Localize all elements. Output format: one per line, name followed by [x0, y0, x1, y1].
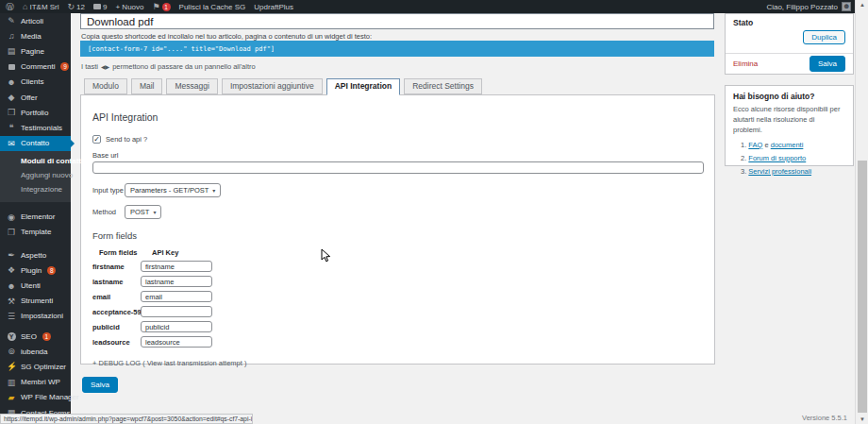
updates-link[interactable]: ↻12 [68, 3, 85, 11]
input-type-select[interactable]: Parameters - GET/POST ▾ [125, 183, 221, 197]
wordpress-menu[interactable]: Ⓦ [6, 3, 14, 11]
tab-messaggi[interactable]: Messaggi [166, 78, 217, 94]
method-row: Method POST ▾ [92, 205, 701, 219]
plugin-badge: 8 [47, 266, 56, 275]
api-key-input-leadsource[interactable] [141, 336, 212, 348]
admin-sidebar: ✎Articoli ♫Media ▤Pagine Commenti9 ☻Clie… [0, 13, 71, 424]
sidebar-item-testimonials[interactable]: ❝Testimonials [0, 120, 71, 135]
documenti-link[interactable]: documenti [771, 141, 804, 149]
contatto-submenu: Moduli di contatto Aggiungi nuovo Integr… [0, 151, 71, 202]
input-type-row: Input type Parameters - GET/POST ▾ [92, 183, 701, 197]
tabs-hint-suffix: permettono di passare da un pannello all… [112, 62, 256, 71]
media-icon: ♫ [7, 31, 16, 41]
help-links-list: 1. FAQ e documenti 2. Forum di supporto … [741, 141, 853, 176]
sidebar-item-seo[interactable]: YSEO1 [0, 329, 71, 344]
shortcode-bar[interactable]: [contact-form-7 id="...." title="Downloa… [80, 41, 714, 57]
send-to-api-checkbox[interactable]: ✓ [92, 135, 101, 144]
api-key-input-acceptance[interactable] [141, 306, 212, 317]
duplicate-button[interactable]: Duplica [803, 30, 845, 44]
sidebar-item-membri-wp[interactable]: ▥Membri WP [0, 375, 71, 390]
tab-api-integration[interactable]: API Integration [326, 78, 400, 95]
scrollbar-thumb[interactable] [858, 161, 867, 413]
sidebar-item-sg-optimizer[interactable]: ⚡SG Optimizer [0, 359, 71, 374]
delete-link[interactable]: Elimina [733, 59, 758, 68]
sidebar-item-template[interactable]: ❐Template [0, 225, 71, 240]
list-number: 1. [741, 141, 746, 149]
base-url-input[interactable] [92, 161, 704, 174]
form-title-input[interactable] [80, 13, 714, 29]
portfolio-icon: ❒ [7, 108, 16, 117]
save-button-secondary[interactable]: Salva [810, 56, 845, 72]
scroll-up-arrow[interactable]: ▲ [856, 2, 868, 8]
avatar[interactable]: ☻ [842, 2, 851, 11]
vertical-scrollbar[interactable]: ▲ ▼ [855, 0, 868, 424]
scroll-down-arrow[interactable]: ▼ [856, 416, 868, 422]
sg-cache-button[interactable]: Pulisci la Cache SG [179, 3, 246, 11]
sidebar-item-commenti[interactable]: Commenti9 [0, 59, 71, 75]
new-content-button[interactable]: + Nuovo [115, 3, 143, 11]
method-select[interactable]: POST ▾ [125, 205, 161, 219]
send-to-api-label: Send to api ? [106, 135, 147, 144]
field-name: publicid [92, 323, 141, 331]
sidebar-item-elementor[interactable]: ◉Elementor [0, 210, 71, 225]
sidebar-item-articoli[interactable]: ✎Articoli [0, 13, 71, 28]
sidebar-item-contatto[interactable]: ✉Contatto [0, 136, 71, 151]
table-row: firstname [92, 261, 701, 272]
api-key-input-lastname[interactable] [141, 276, 212, 287]
faq-link[interactable]: FAQ [748, 141, 762, 149]
sidebar-item-label: Utenti [21, 281, 41, 290]
sidebar-item-label: Impostazioni [21, 312, 63, 320]
sidebar-item-iubenda[interactable]: ⊚iubenda [0, 344, 71, 359]
sidebar-item-plugin[interactable]: ❖Plugin8 [0, 263, 71, 278]
sidebar-item-label: Strumenti [21, 297, 53, 305]
column-api-key: API Key [152, 248, 178, 257]
updraftplus-menu[interactable]: UpdraftPlus [254, 3, 293, 11]
user-greeting[interactable]: Ciao, Filippo Pozzato [766, 3, 838, 11]
comments-icon [93, 4, 101, 9]
form-fields-table-header: Form fields API Key [92, 248, 701, 257]
sidebar-item-offer[interactable]: ◆Offer [0, 90, 71, 105]
submenu-aggiungi-nuovo[interactable]: Aggiungi nuovo [0, 168, 71, 182]
tools-icon: ⚒ [7, 297, 16, 306]
tab-modulo[interactable]: Modulo [84, 78, 127, 94]
sidebar-item-wp-file-manager[interactable]: ▰WP File Manager [0, 390, 71, 405]
field-name: email [92, 293, 141, 301]
api-key-input-publicid[interactable] [141, 321, 212, 332]
notification-badge: 1 [162, 3, 171, 11]
column-form-fields: Form fields [99, 248, 152, 257]
sidebar-item-strumenti[interactable]: ⚒Strumenti [0, 294, 71, 309]
forum-supporto-link[interactable]: Forum di supporto [748, 154, 806, 162]
tabs-keyboard-hint: I tasti ◀▶ permettono di passare da un p… [81, 62, 256, 71]
sidebar-item-impostazioni[interactable]: ☰Impostazioni [0, 309, 71, 324]
sidebar-item-utenti[interactable]: ☻Utenti [0, 278, 71, 293]
tab-redirect-settings[interactable]: Redirect Settings [404, 78, 482, 94]
debug-log-toggle[interactable]: + DEBUG LOG ( View last transmission att… [92, 359, 701, 367]
tab-impostazioni-aggiuntive[interactable]: Impostazioni aggiuntive [222, 78, 323, 94]
submenu-moduli-di-contatto[interactable]: Moduli di contatto [0, 154, 71, 168]
servizi-professionali-link[interactable]: Servizi professionali [748, 167, 811, 176]
sidebar-item-pagine[interactable]: ▤Pagine [0, 43, 71, 59]
new-content-label: + Nuovo [115, 3, 143, 11]
sidebar-item-media[interactable]: ♫Media [0, 28, 71, 43]
api-key-input-email[interactable] [141, 291, 212, 302]
status-panel-footer: Elimina Salva [726, 53, 853, 74]
left-right-arrows-icon: ◀▶ [101, 63, 109, 70]
list-number: 2. [741, 154, 746, 162]
posts-icon: ✎ [7, 16, 16, 25]
notification-menu[interactable]: ⚑1 [152, 3, 170, 11]
help-panel-intro: Ecco alcune risorse disponibili per aiut… [726, 105, 853, 136]
save-button[interactable]: Salva [82, 377, 118, 393]
tab-mail[interactable]: Mail [131, 78, 163, 94]
comments-link[interactable]: 9 [93, 3, 107, 11]
admin-bar: Ⓦ ⌂IT&M Srl ↻12 9 + Nuovo ⚑1 Pulisci la … [0, 0, 868, 13]
site-link[interactable]: ⌂IT&M Srl [23, 3, 59, 11]
submenu-integrazione[interactable]: Integrazione [0, 182, 71, 196]
sidebar-item-clients[interactable]: ☻Clients [0, 75, 71, 90]
shortcode-hint: Copia questo shortcode ed incollalo nel … [81, 32, 372, 41]
list-item: 3. Servizi professionali [741, 167, 853, 176]
email-icon: ✉ [7, 139, 16, 148]
sidebar-item-portfolio[interactable]: ❒Portfolio [0, 105, 71, 120]
api-key-input-firstname[interactable] [141, 261, 212, 272]
sidebar-item-aspetto[interactable]: ✒Aspetto [0, 247, 71, 263]
offer-icon: ◆ [7, 93, 16, 102]
